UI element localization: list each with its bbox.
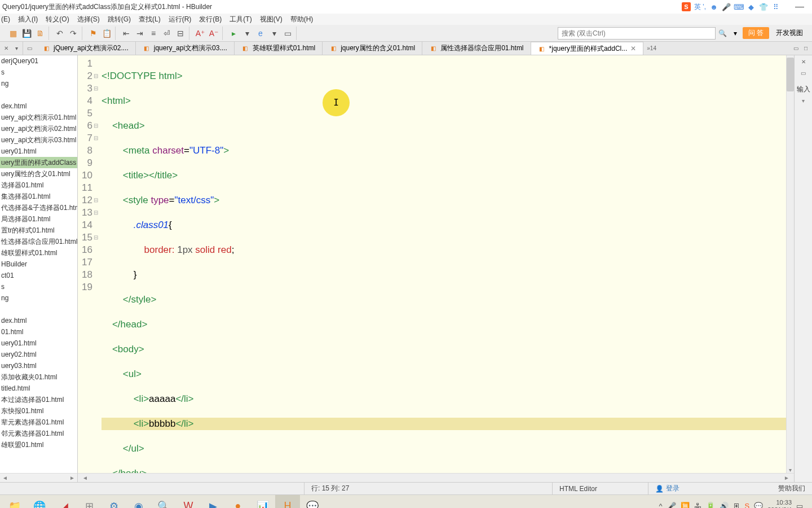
file-item[interactable]: 邻元素选择器01.html (0, 428, 77, 439)
tab-addclass[interactable]: ◧ *jquery里面的样式addCl... ✕ (531, 42, 644, 55)
tab-jquery-api-03[interactable]: ◧ jquery_api文档演示03.... (136, 42, 235, 55)
file-item[interactable]: s (0, 281, 77, 292)
file-item[interactable]: uery02.html (0, 349, 77, 360)
file-item[interactable]: 01.html (0, 326, 77, 338)
wrap-icon[interactable]: ⏎ (162, 28, 172, 38)
qa-button[interactable]: 问 答 (743, 27, 769, 39)
notification-tray-icon[interactable]: ▭ (796, 502, 803, 508)
edge-icon[interactable]: 🌐 (27, 495, 52, 509)
menu-insert[interactable]: 插入(I) (18, 15, 38, 24)
file-item[interactable]: 局选择器01.html (0, 213, 77, 225)
user-icon[interactable]: ☻ (709, 2, 718, 11)
file-explorer-icon[interactable]: 📁 (2, 495, 27, 509)
wps-icon[interactable]: ◢ (52, 495, 77, 509)
maximize-editor-icon[interactable]: □ (802, 45, 810, 52)
menu-view[interactable]: 视图(V) (260, 15, 283, 24)
minimize-editor-icon[interactable]: ▭ (792, 45, 800, 52)
redo-icon[interactable]: ↷ (68, 28, 78, 38)
keyboard-icon[interactable]: ⌨ (734, 2, 743, 11)
sogou-tray-icon[interactable]: S (745, 502, 750, 508)
menu-help[interactable]: 帮助(H) (290, 15, 314, 24)
file-item[interactable]: 集选择器01.html (0, 191, 77, 202)
safe-tray-icon[interactable]: ⛨ (733, 502, 740, 508)
file-item[interactable]: titled.html (0, 383, 77, 394)
clock[interactable]: 10:33 2021/6/4 (767, 499, 792, 509)
file-item[interactable]: ct01 (0, 270, 77, 281)
file-item[interactable]: 选择器01.html (0, 179, 77, 191)
tab-jquery-attr[interactable]: ◧ jquery属性的含义01.html (323, 42, 422, 55)
volume-tray-icon[interactable]: 🔊 (720, 502, 729, 508)
file-item[interactable]: 雄联盟样式01.html (0, 247, 77, 259)
comment-icon[interactable]: ◆ (747, 2, 756, 11)
file-item[interactable]: uery里面的样式addClass (0, 157, 77, 168)
tab-jquery-api-02[interactable]: ◧ jQuery_api文档演示02.... (36, 42, 136, 55)
search-input[interactable] (558, 27, 716, 40)
menu-publish[interactable]: 发行(B) (199, 15, 222, 24)
font-smaller-icon[interactable]: A⁻ (209, 28, 219, 38)
file-item[interactable]: 雄联盟01.html (0, 439, 77, 450)
close-right-panel-icon[interactable]: ✕ (800, 58, 807, 65)
close-panel-icon[interactable]: ✕ (2, 45, 10, 52)
file-item[interactable]: dex.html (0, 100, 77, 112)
file-item[interactable]: ng (0, 78, 77, 89)
menu-select[interactable]: 选择(S) (77, 15, 100, 24)
file-item[interactable]: 添加收藏夹01.html (0, 371, 77, 383)
close-tab-icon[interactable]: ✕ (630, 45, 636, 52)
ime-tray-icon[interactable]: 🈚 (681, 502, 690, 508)
app-icon-2[interactable]: 🔍 (151, 495, 176, 509)
comment-out-icon[interactable]: ⊟ (175, 28, 186, 38)
file-item[interactable]: 本过滤选择器01.html (0, 394, 77, 405)
save-icon[interactable]: 💾 (21, 28, 32, 38)
menu-run[interactable]: 运行(R) (169, 15, 192, 24)
minimize-panel-icon[interactable]: ▭ (25, 45, 33, 52)
file-item[interactable]: 代选择器&子选择器01.html (0, 202, 77, 213)
code-area[interactable]: <!DOCTYPE html> <html> <head> <meta char… (102, 55, 786, 473)
app-icon-4[interactable]: ▶ (201, 495, 226, 509)
file-item[interactable]: uery01.html (0, 146, 77, 157)
file-item[interactable]: dex.html (0, 315, 77, 326)
scroll-down-icon[interactable]: ▾ (787, 467, 794, 473)
minimize-icon[interactable]: — (795, 2, 804, 12)
mic-tray-icon[interactable]: 🎤 (667, 502, 676, 508)
file-item[interactable]: uery_api文档演示03.html (0, 134, 77, 146)
hbuilder-icon[interactable]: H (275, 495, 300, 509)
file-item[interactable]: 性选择器综合应用01.html (0, 236, 77, 247)
excel-icon[interactable]: ⊞ (77, 495, 102, 509)
menu-goto[interactable]: 跳转(G) (108, 15, 131, 24)
file-list[interactable]: derjQuery01sng dex.htmluery_api文档演示01.ht… (0, 55, 77, 473)
dev-view-button[interactable]: 开发视图 (771, 27, 807, 39)
editor-hscroll[interactable]: ◄► (78, 473, 794, 482)
indent-icon[interactable]: ⇥ (135, 28, 145, 38)
file-item[interactable]: 辈元素选择器01.html (0, 417, 77, 428)
file-item[interactable] (0, 89, 77, 100)
file-item[interactable]: 置tr的样式01.html (0, 225, 77, 236)
font-bigger-icon[interactable]: A⁺ (195, 28, 205, 38)
file-item[interactable]: uery属性的含义01.html (0, 168, 77, 179)
run-dropdown-icon[interactable]: ▾ (242, 28, 252, 38)
ie-icon[interactable]: e (255, 28, 266, 38)
app-icon-1[interactable]: ◉ (126, 495, 151, 509)
menu-edit[interactable]: (E) (1, 15, 10, 23)
outdent-icon[interactable]: ⇤ (121, 28, 131, 38)
menu-tools[interactable]: 工具(T) (230, 15, 251, 24)
file-item[interactable]: HBuilder (0, 259, 77, 270)
file-item[interactable]: derjQuery01 (0, 55, 77, 67)
panel-menu-icon[interactable]: ▾ (12, 45, 20, 52)
scrollbar-thumb[interactable] (787, 58, 794, 91)
bookmark-icon[interactable]: ⚑ (88, 28, 98, 38)
battery-tray-icon[interactable]: 🔋 (706, 502, 715, 508)
app-icon-6[interactable]: 📊 (250, 495, 275, 509)
grid-icon[interactable]: ⠿ (771, 2, 780, 11)
sogou-ime-icon[interactable]: S (682, 2, 691, 11)
mic-icon[interactable]: 🎤 (722, 2, 731, 11)
run-browser-icon[interactable]: ▸ (228, 28, 239, 38)
file-item[interactable]: ng (0, 292, 77, 304)
file-item[interactable]: s (0, 67, 77, 78)
tab-overflow-marker[interactable]: »14 (643, 45, 660, 51)
action-tray-icon[interactable]: 💬 (754, 502, 763, 508)
search-icon[interactable]: 🔍 (718, 27, 728, 40)
network-tray-icon[interactable]: 🖧 (694, 502, 701, 508)
file-item[interactable]: uery_api文档演示01.html (0, 112, 77, 123)
settings-icon[interactable]: ⚙ (102, 495, 126, 509)
new-file-icon[interactable]: ▦ (8, 28, 18, 38)
